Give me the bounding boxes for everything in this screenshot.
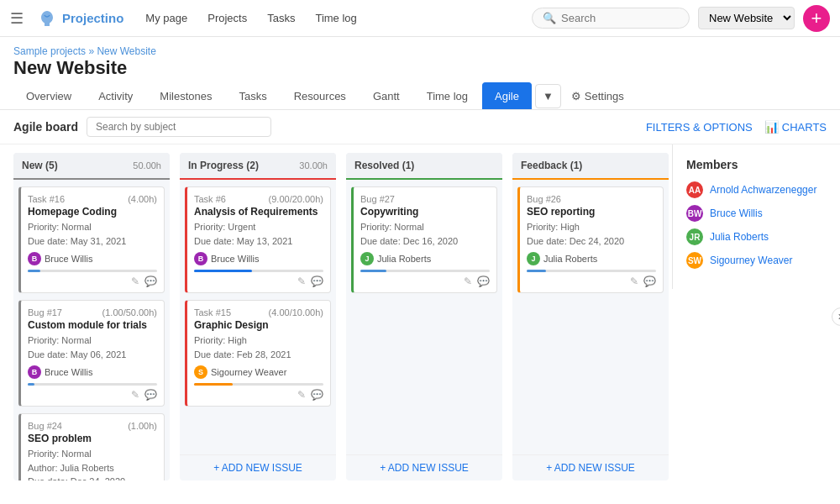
card-priority: Priority: High (527, 220, 656, 234)
tab-activity[interactable]: Activity (86, 82, 145, 109)
edit-icon[interactable]: ✎ (131, 276, 139, 287)
column-title: New (5) (22, 160, 58, 171)
comment-icon[interactable]: 💬 (311, 389, 323, 401)
card-priority: Priority: Urgent (194, 220, 323, 234)
navbar-right: 🔍 New Website + (532, 5, 830, 32)
board-actions: FILTERS & OPTIONS 📊 CHARTS (646, 120, 827, 134)
progress-bar (28, 383, 157, 386)
nav-timelog[interactable]: Time log (307, 8, 365, 28)
card-due-date: Due date: Feb 28, 2021 (194, 348, 323, 362)
avatar: J (360, 252, 374, 265)
board-search-input[interactable] (87, 117, 271, 137)
avatar: BW (686, 205, 703, 222)
search-box[interactable]: 🔍 (532, 8, 690, 29)
edit-icon[interactable]: ✎ (630, 276, 638, 287)
project-select[interactable]: New Website (698, 7, 795, 29)
breadcrumb: Sample projects » New Website (13, 45, 827, 57)
avatar: JR (686, 228, 703, 245)
comment-icon[interactable]: 💬 (643, 276, 656, 287)
card-id: Task #15 (194, 307, 231, 318)
tab-dropdown[interactable]: ▼ (535, 84, 561, 108)
progress-fill (28, 270, 40, 272)
member-name: Julia Roberts (710, 231, 769, 243)
member-item[interactable]: AA Arnold Achwarzenegger (686, 181, 827, 198)
progress-bar (360, 270, 490, 272)
edit-icon[interactable]: ✎ (464, 276, 472, 287)
add-button[interactable]: + (803, 5, 830, 32)
avatar: B (28, 365, 41, 379)
tab-settings[interactable]: ⚙ Agile Settings (563, 85, 633, 108)
card-id: Bug #17 (28, 307, 62, 318)
card-id: Task #16 (28, 194, 65, 204)
search-input[interactable] (561, 12, 679, 24)
card-hours: (1.00/50.00h) (102, 307, 157, 318)
filters-options-link[interactable]: FILTERS & OPTIONS (646, 121, 753, 134)
card-id: Task #6 (194, 194, 226, 204)
tab-agile[interactable]: Agile (482, 82, 532, 109)
nav-mypage[interactable]: My page (137, 8, 196, 28)
card-title: Custom module for trials (28, 319, 157, 331)
app-name: Projectino (62, 11, 123, 25)
task-card: Task #15 (4.00/10.00h) Graphic Design Pr… (185, 300, 331, 407)
tab-resources[interactable]: Resources (281, 82, 359, 109)
member-name: Arnold Achwarzenegger (710, 184, 816, 196)
tab-milestones[interactable]: Milestones (147, 82, 224, 109)
card-header: Task #15 (4.00/10.00h) (194, 307, 323, 318)
card-priority: Priority: Normal (360, 220, 490, 234)
comment-icon[interactable]: 💬 (477, 276, 490, 287)
column-header-resolved: Resolved (1) (346, 153, 502, 180)
progress-fill (360, 270, 386, 272)
kanban-column-resolved: Resolved (1) Bug #27 Copywriting Priorit… (346, 153, 502, 480)
column-title: Resolved (1) (354, 160, 414, 171)
card-priority: Priority: Normal (28, 220, 157, 234)
member-item[interactable]: JR Julia Roberts (686, 228, 827, 245)
card-title: Copywriting (360, 206, 490, 218)
comment-icon[interactable]: 💬 (311, 276, 323, 287)
card-actions: ✎ 💬 (360, 276, 490, 287)
card-title: Analysis of Requirements (194, 206, 323, 218)
card-hours: (9.00/20.00h) (269, 194, 323, 204)
card-assignee: B Bruce Willis (194, 252, 323, 265)
card-header: Bug #17 (1.00/50.00h) (28, 307, 157, 318)
assignee-name: Sigourney Weaver (211, 367, 286, 377)
assignee-name: Bruce Willis (211, 254, 259, 264)
kanban-board: New (5) 50.00h Task #16 (4.00h) Homepage… (0, 144, 672, 489)
card-title: SEO problem (28, 433, 157, 444)
card-actions: ✎ 💬 (28, 389, 157, 401)
add-issue-button[interactable]: + ADD NEW ISSUE (180, 454, 336, 480)
card-due-date: Due date: Dec 24, 2020 (527, 234, 656, 249)
assignee-name: Julia Roberts (377, 254, 431, 264)
main-content: New (5) 50.00h Task #16 (4.00h) Homepage… (0, 144, 840, 489)
tab-timelog[interactable]: Time log (414, 82, 480, 109)
tab-overview[interactable]: Overview (13, 82, 84, 109)
member-item[interactable]: BW Bruce Willis (686, 205, 827, 222)
nav-tasks[interactable]: Tasks (259, 8, 303, 28)
edit-icon[interactable]: ✎ (131, 389, 139, 401)
sidebar-collapse-button[interactable]: ✕ (832, 307, 840, 326)
tab-tasks[interactable]: Tasks (227, 82, 280, 109)
card-due-date: Due date: Dec 16, 2020 (360, 234, 490, 249)
comment-icon[interactable]: 💬 (144, 389, 157, 401)
member-item[interactable]: SW Sigourney Weaver (686, 252, 827, 269)
nav-projects[interactable]: Projects (199, 8, 255, 28)
card-hours: (4.00h) (128, 194, 157, 204)
add-issue-button[interactable]: + ADD NEW ISSUE (346, 454, 502, 480)
card-priority: Priority: Normal (28, 447, 157, 461)
card-actions: ✎ 💬 (194, 389, 323, 401)
comment-icon[interactable]: 💬 (144, 276, 157, 287)
add-issue-button[interactable]: + ADD NEW ISSUE (512, 454, 669, 480)
card-header: Task #16 (4.00h) (28, 194, 157, 204)
card-actions: ✎ 💬 (527, 276, 656, 287)
members-list: AA Arnold Achwarzenegger BW Bruce Willis… (686, 181, 827, 269)
edit-icon[interactable]: ✎ (297, 389, 306, 401)
card-actions: ✎ 💬 (194, 276, 323, 287)
card-priority: Priority: Normal (28, 333, 157, 348)
breadcrumb-parent[interactable]: Sample projects (13, 45, 86, 57)
tab-gantt[interactable]: Gantt (360, 82, 412, 109)
card-hours: (1.00h) (128, 421, 157, 431)
avatar: S (194, 365, 207, 379)
charts-link[interactable]: 📊 CHARTS (764, 120, 827, 134)
hamburger-icon[interactable]: ☰ (10, 9, 24, 28)
nav-links: My page Projects Tasks Time log (137, 8, 365, 28)
edit-icon[interactable]: ✎ (297, 276, 306, 287)
